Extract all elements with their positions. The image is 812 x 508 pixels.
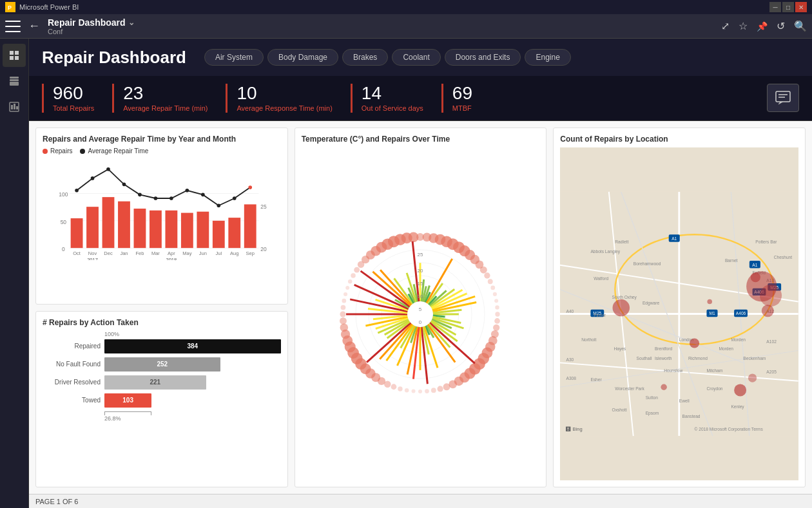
action-bar-nff: 252: [104, 357, 220, 372]
svg-text:Mar: Mar: [151, 250, 160, 256]
sidebar-icon-data[interactable]: [3, 70, 26, 93]
legend-repairs-label: Repairs: [50, 147, 72, 155]
svg-text:Pinner: Pinner: [594, 313, 606, 317]
action-row-nff: No Fault Found 252: [43, 357, 281, 372]
tab-body-damage[interactable]: Body Damage: [267, 49, 338, 66]
window-controls[interactable]: ─ □ ✕: [769, 2, 807, 12]
maximize-btn[interactable]: □: [782, 2, 794, 12]
svg-text:Kenley: Kenley: [731, 404, 745, 409]
svg-text:Sutton: Sutton: [646, 395, 658, 400]
action-bar-driver: 221: [104, 375, 206, 390]
cluster-ne-tiny: [751, 272, 760, 282]
radial-container: // Will be generated by JS below 25 20 1…: [302, 147, 540, 480]
refresh-icon[interactable]: ↺: [777, 20, 785, 32]
svg-text:A40: A40: [566, 309, 574, 314]
app-icon: P: [5, 2, 15, 12]
action-chart: 100% Repaired 384 No Fault Found: [43, 331, 281, 422]
svg-text:Cheshunt: Cheshunt: [774, 255, 793, 259]
action-chart-card: # Repairs by Action Taken 100% Repaired …: [35, 311, 288, 488]
svg-text:A205: A205: [767, 370, 777, 374]
action-bar-wrap-towed: 103: [104, 393, 281, 408]
kpi-bar: 960 Total Repairs 23 Average Repair Time…: [29, 76, 812, 121]
svg-text:Hounslow: Hounslow: [664, 368, 682, 373]
tab-air-system[interactable]: Air System: [204, 49, 264, 66]
outer-dot: [391, 384, 397, 390]
svg-text:May: May: [182, 250, 191, 256]
outer-dot: [480, 266, 487, 273]
outer-dot: [398, 386, 403, 391]
svg-text:Barnet: Barnet: [725, 258, 738, 263]
map-chart-card: Count of Repairs by Location: [553, 127, 806, 487]
action-label-driver: Driver Resolved: [43, 379, 101, 386]
svg-rect-5: [15, 56, 19, 60]
svg-text:Banstead: Banstead: [682, 414, 701, 419]
bar-5: [150, 211, 162, 248]
kpi-mtbf: 69 MTBF: [441, 84, 490, 113]
svg-text:Dec: Dec: [104, 250, 113, 256]
back-button[interactable]: ←: [26, 19, 43, 33]
dot-5: [154, 196, 158, 200]
minimize-btn[interactable]: ─: [769, 2, 781, 12]
hamburger-icon[interactable]: [5, 21, 21, 32]
tab-engine[interactable]: Engine: [525, 49, 570, 66]
svg-text:Morden: Morden: [731, 337, 746, 342]
favorite-icon[interactable]: ☆: [739, 20, 748, 32]
tab-brakes[interactable]: Brakes: [342, 49, 388, 66]
bar-line-svg: 0 50 100 20 25: [43, 157, 281, 260]
chat-button[interactable]: [767, 84, 799, 112]
svg-text:Beckenham: Beckenham: [744, 356, 766, 361]
sidebar: [0, 39, 29, 508]
tab-coolant[interactable]: Coolant: [392, 49, 440, 66]
outer-dot: [438, 386, 443, 391]
svg-text:Croydon: Croydon: [707, 386, 723, 391]
svg-text:P: P: [8, 5, 12, 11]
bar-7: [181, 213, 193, 249]
svg-text:20: 20: [260, 246, 267, 252]
tab-doors-exits[interactable]: Doors and Exits: [445, 49, 521, 66]
svg-text:A1: A1: [672, 236, 677, 241]
svg-text:0: 0: [419, 319, 422, 325]
dot-10: [233, 196, 237, 200]
status-bar: PAGE 1 OF 6: [29, 494, 812, 508]
action-bar-wrap-repaired: 384: [104, 339, 281, 353]
bar-6: [165, 211, 177, 248]
charts-area: Repairs and Average Repair Time by Year …: [29, 121, 812, 494]
cluster-scatter1: [661, 384, 667, 390]
action-label-nff: No Fault Found: [43, 361, 101, 368]
action-bar-wrap-nff: 252: [104, 357, 281, 372]
outer-dot: [340, 323, 349, 332]
outer-dot: [418, 389, 422, 393]
main-layout: Repair Dashboard Air System Body Damage …: [0, 39, 812, 508]
action-chart-title: # Repairs by Action Taken: [43, 318, 281, 327]
sidebar-icon-home[interactable]: [3, 44, 26, 67]
breadcrumb-area: Repair Dashboard ⌄ Conf: [48, 17, 716, 35]
svg-rect-3: [15, 51, 19, 55]
svg-rect-11: [14, 104, 15, 109]
svg-text:2017: 2017: [87, 257, 98, 260]
outer-dot: [495, 299, 499, 303]
cluster-center: [690, 338, 699, 348]
cluster-south2: [748, 373, 757, 382]
outer-dot: [431, 388, 436, 393]
svg-text:Ewell: Ewell: [679, 399, 690, 403]
svg-text:A102: A102: [767, 339, 777, 344]
svg-text:Watford: Watford: [594, 276, 608, 281]
pin-icon[interactable]: 📌: [757, 21, 768, 32]
close-btn[interactable]: ✕: [795, 2, 807, 12]
svg-text:5: 5: [419, 306, 422, 312]
search-icon[interactable]: 🔍: [794, 20, 807, 32]
cluster-west: [613, 299, 630, 317]
expand-icon[interactable]: ⤢: [721, 20, 730, 32]
action-row-driver: Driver Resolved 221: [43, 375, 281, 390]
svg-text:Oxshott: Oxshott: [612, 408, 627, 412]
bar-9: [213, 221, 225, 248]
svg-text:Borehamwood: Borehamwood: [633, 261, 661, 266]
svg-text:Apr: Apr: [168, 250, 175, 256]
svg-text:Worcester Park: Worcester Park: [615, 386, 645, 391]
svg-text:A308: A308: [566, 376, 577, 381]
svg-text:15: 15: [418, 281, 423, 287]
sidebar-icon-report[interactable]: [3, 95, 26, 118]
outer-dot: [346, 285, 350, 289]
title-bar-left: P Microsoft Power BI: [5, 2, 79, 12]
svg-text:Morden: Morden: [719, 346, 734, 351]
